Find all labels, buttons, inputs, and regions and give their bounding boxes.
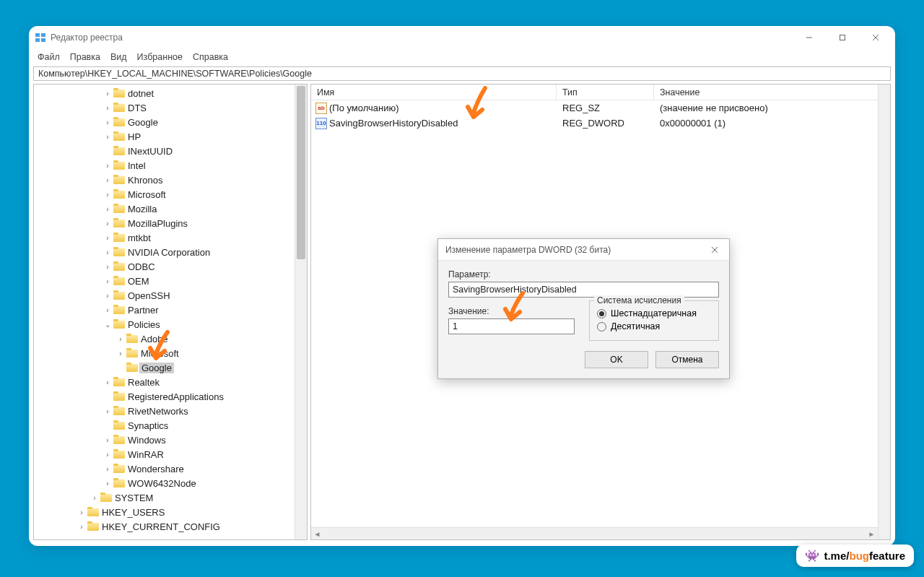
tree-item[interactable]: ›Partner (34, 303, 307, 317)
chevron-right-icon[interactable]: › (102, 90, 113, 97)
chevron-right-icon[interactable]: › (76, 523, 87, 531)
tree-item[interactable]: ›Windows (34, 433, 307, 447)
folder-icon (87, 521, 99, 532)
chevron-right-icon[interactable]: › (102, 263, 113, 271)
watermark-text: t.me/bugfeature (824, 550, 905, 562)
tree-item-label: Wondershare (126, 464, 184, 474)
chevron-right-icon[interactable]: › (102, 436, 113, 444)
chevron-right-icon[interactable]: › (115, 350, 126, 357)
close-button[interactable] (859, 26, 892, 49)
menu-file[interactable]: Файл (33, 51, 64, 64)
chevron-right-icon[interactable]: › (102, 234, 113, 242)
tree-item[interactable]: ›OEM (34, 274, 307, 288)
chevron-right-icon[interactable]: › (102, 248, 113, 256)
folder-icon (113, 377, 125, 387)
tree-item[interactable]: ›ODBC (34, 259, 307, 274)
menu-view[interactable]: Вид (106, 51, 131, 64)
chevron-right-icon[interactable]: › (102, 162, 113, 170)
tree-item[interactable]: ›HKEY_CURRENT_CONFIG (34, 519, 307, 534)
radio-hex-row[interactable]: Шестнадцатеричная (597, 308, 711, 318)
chevron-right-icon[interactable]: › (102, 480, 113, 487)
tree-item[interactable]: ›Microsoft (34, 187, 307, 201)
folder-icon (113, 189, 125, 199)
svg-rect-0 (35, 33, 40, 37)
chevron-right-icon[interactable]: › (102, 451, 113, 459)
chevron-down-icon[interactable]: ⌄ (102, 321, 113, 329)
tree-item[interactable]: ›mtkbt (34, 230, 307, 245)
values-vscrollbar[interactable] (878, 84, 890, 539)
tree-item[interactable]: ›Mozilla (34, 201, 307, 216)
tree-item[interactable]: ›HP (34, 129, 307, 144)
tree-item[interactable]: ›WOW6432Node (34, 476, 307, 490)
chevron-right-icon[interactable]: › (102, 118, 113, 126)
chevron-right-icon[interactable]: › (102, 205, 113, 213)
chevron-right-icon[interactable]: › (102, 306, 113, 314)
tree-item[interactable]: INextUUID (34, 144, 307, 158)
values-hscrollbar[interactable]: ◄ ► (311, 527, 878, 539)
col-name[interactable]: Имя (311, 84, 557, 100)
hscroll-left-icon[interactable]: ◄ (311, 528, 323, 540)
folder-icon (113, 131, 125, 142)
tree-item-label: RegisteredApplications (126, 391, 224, 402)
tree-item[interactable]: ›MozillaPlugins (34, 216, 307, 230)
chevron-right-icon[interactable]: › (102, 191, 113, 199)
chevron-right-icon[interactable]: › (102, 104, 113, 112)
tree-item[interactable]: ›RivetNetworks (34, 404, 307, 418)
hscroll-right-icon[interactable]: ► (866, 528, 878, 540)
chevron-right-icon[interactable]: › (102, 277, 113, 285)
chevron-right-icon[interactable]: › (102, 292, 113, 300)
address-bar[interactable]: Компьютер\HKEY_LOCAL_MACHINE\SOFTWARE\Po… (33, 66, 891, 81)
value-row[interactable]: ab(По умолчанию)REG_SZ(значение не присв… (311, 100, 890, 116)
chevron-right-icon[interactable]: › (102, 133, 113, 141)
param-label: Параметр: (448, 269, 719, 279)
minimize-button[interactable] (793, 26, 826, 49)
tree-item[interactable]: ›SYSTEM (34, 490, 307, 505)
value-row[interactable]: 110SavingBrowserHistoryDisabledREG_DWORD… (311, 116, 890, 131)
col-type[interactable]: Тип (557, 84, 654, 100)
tree-item[interactable]: ›WinRAR (34, 447, 307, 461)
folder-icon (126, 348, 138, 358)
watermark-badge: 👾 t.me/bugfeature (796, 545, 914, 567)
tree-item[interactable]: ›HKEY_USERS (34, 505, 307, 519)
tree-item[interactable]: ›Google (34, 115, 307, 129)
tree-item[interactable]: RegisteredApplications (34, 389, 307, 404)
radio-hex-icon[interactable] (597, 309, 606, 318)
menu-help[interactable]: Справка (188, 51, 232, 64)
col-value[interactable]: Значение (654, 84, 890, 100)
chevron-right-icon[interactable]: › (102, 407, 113, 415)
tree-item[interactable]: ›Khronos (34, 173, 307, 187)
tree-item[interactable]: ›dotnet (34, 86, 307, 100)
tree-item[interactable]: ›DTS (34, 100, 307, 115)
ok-button[interactable]: OK (585, 351, 648, 368)
chevron-right-icon[interactable]: › (102, 176, 113, 184)
tree-item-label: WinRAR (126, 449, 164, 460)
folder-icon (113, 261, 125, 272)
chevron-right-icon[interactable]: › (76, 508, 87, 516)
radio-dec-row[interactable]: Десятичная (597, 321, 711, 331)
chevron-right-icon[interactable]: › (115, 335, 126, 343)
cancel-button[interactable]: Отмена (655, 351, 719, 368)
tree-item[interactable]: Synaptics (34, 418, 307, 433)
values-list[interactable]: ab(По умолчанию)REG_SZ(значение не присв… (311, 100, 890, 131)
chevron-right-icon[interactable]: › (89, 494, 100, 502)
tree-item[interactable]: ›OpenSSH (34, 288, 307, 303)
menu-favorites[interactable]: Избранное (133, 51, 187, 64)
tree-scrollbar[interactable] (295, 84, 307, 539)
tree-scroll-thumb[interactable] (297, 86, 305, 259)
tree-item[interactable]: ›Intel (34, 158, 307, 173)
tree-item[interactable]: ›NVIDIA Corporation (34, 245, 307, 259)
maximize-button[interactable] (826, 26, 859, 49)
annotation-arrow-icon (147, 329, 176, 365)
reg-dword-icon: 110 (315, 118, 327, 129)
tree-item[interactable]: ›Realtek (34, 375, 307, 389)
registry-tree[interactable]: ›dotnet›DTS›Google›HPINextUUID›Intel›Khr… (34, 84, 307, 535)
chevron-right-icon[interactable]: › (102, 465, 113, 473)
dialog-close-button[interactable] (707, 243, 722, 257)
chevron-right-icon[interactable]: › (102, 220, 113, 227)
menubar: Файл Правка Вид Избранное Справка (29, 49, 895, 66)
tree-item-label: mtkbt (126, 233, 151, 243)
menu-edit[interactable]: Правка (66, 51, 105, 64)
radio-dec-icon[interactable] (597, 322, 606, 331)
tree-item[interactable]: ›Wondershare (34, 461, 307, 476)
chevron-right-icon[interactable]: › (102, 378, 113, 386)
